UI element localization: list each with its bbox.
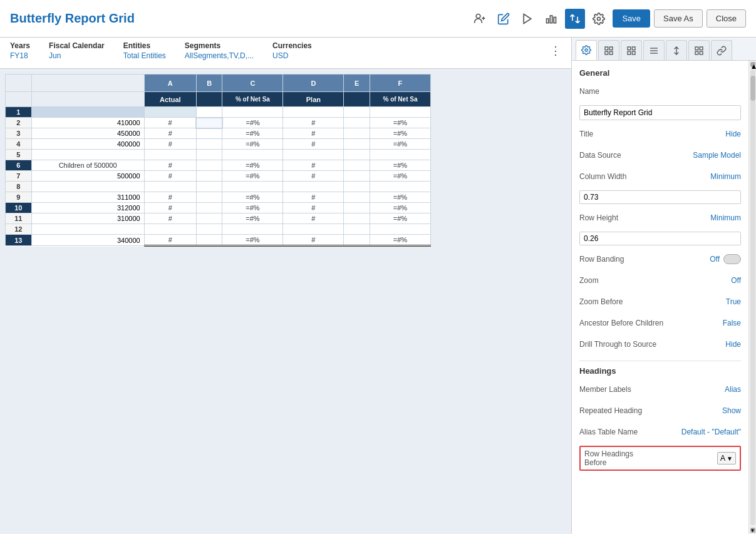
zoom-before-value[interactable]: True — [726, 297, 741, 306]
title-prop-row: Title Hide — [579, 126, 741, 141]
column-width-input[interactable] — [579, 190, 741, 204]
svg-point-7 — [598, 17, 601, 20]
col-c-header: C — [222, 74, 283, 92]
row-7-a: # — [144, 171, 196, 182]
title-value[interactable]: Hide — [725, 130, 741, 138]
tab-arrows[interactable] — [666, 40, 687, 60]
actual-header: Actual — [144, 92, 196, 107]
zoom-value[interactable]: Off — [731, 276, 741, 285]
tab-grid1[interactable] — [598, 40, 619, 60]
zoom-label: Zoom — [579, 276, 731, 285]
tab-grid4[interactable] — [688, 40, 710, 60]
drill-through-label: Drill Through to Source — [579, 340, 725, 349]
repeated-heading-value[interactable]: Show — [722, 406, 741, 415]
edit-icon-btn[interactable] — [494, 9, 514, 29]
member-labels-value[interactable]: Alias — [725, 385, 741, 394]
row-10-d: # — [283, 203, 344, 213]
row-13-b — [196, 235, 222, 246]
table-row: 10 312000 # =#% # =#% — [6, 203, 431, 213]
close-button[interactable]: Close — [707, 9, 746, 28]
row-13-d: # — [283, 235, 344, 246]
row-2-d: # — [283, 118, 344, 128]
data-source-value[interactable]: Sample Model — [693, 151, 741, 160]
row-5-c — [222, 150, 283, 160]
panel-content[interactable]: General Name Title Hide Data Source Samp… — [572, 61, 748, 534]
row-4-d: # — [283, 139, 344, 150]
tab-grid3[interactable] — [643, 40, 665, 60]
filter-fiscal-calendar-value: Jun — [49, 51, 105, 60]
row-10-e — [344, 203, 370, 213]
tab-gear[interactable] — [576, 40, 597, 60]
alias-table-name-value[interactable]: Default - "Default" — [681, 428, 741, 436]
person-add-icon-btn[interactable] — [470, 9, 490, 29]
tab-grid2[interactable] — [621, 40, 642, 60]
play-icon-btn[interactable] — [517, 9, 537, 29]
save-as-button[interactable]: Save As — [654, 9, 703, 28]
row-3-b — [196, 128, 222, 139]
row-7-d: # — [283, 171, 344, 182]
swap-icon-btn[interactable] — [565, 9, 585, 29]
table-row: 6 Children of 500000 # =#% # =#% — [6, 160, 431, 171]
row-13-label: 340000 — [31, 235, 144, 246]
ancestor-before-children-value[interactable]: False — [723, 319, 741, 327]
row-banding-prop-row: Row Banding Off — [579, 252, 741, 267]
column-width-value[interactable]: Minimum — [710, 172, 741, 181]
row-9-f: =#% — [370, 192, 430, 203]
grid-container[interactable]: A B C D E F Actual % of Net Sa Plan — [0, 69, 571, 534]
svg-rect-6 — [554, 17, 556, 23]
row-8-c — [222, 182, 283, 192]
row-12-label — [31, 224, 144, 235]
filter-fiscal-calendar-label: Fiscal Calendar — [49, 41, 105, 50]
scroll-thumb-handle[interactable] — [750, 76, 755, 101]
row-9-label: 311000 — [31, 192, 144, 203]
svg-rect-23 — [695, 51, 698, 54]
row-num-5: 5 — [6, 150, 32, 160]
filter-currencies[interactable]: Currencies USD — [272, 41, 312, 60]
scrollbar[interactable]: ▲ ▼ — [748, 61, 756, 534]
filter-fiscal-calendar[interactable]: Fiscal Calendar Jun — [49, 41, 105, 60]
row-5-d — [283, 150, 344, 160]
row-3-a: # — [144, 128, 196, 139]
row-9-a: # — [144, 192, 196, 203]
row-2-label: 410000 — [31, 118, 144, 128]
save-button[interactable]: Save — [613, 9, 650, 28]
col-e-header: E — [344, 74, 370, 92]
row-8-a — [144, 182, 196, 192]
row-height-value[interactable]: Minimum — [710, 213, 741, 222]
row-1-a — [144, 107, 196, 118]
row-banding-toggle[interactable] — [723, 254, 741, 264]
zoom-prop-row: Zoom Off — [579, 273, 741, 288]
row-1-d — [283, 107, 344, 118]
row-banding-value: Off — [710, 255, 720, 264]
scroll-up-arrow[interactable]: ▲ — [750, 62, 755, 67]
drill-through-prop-row: Drill Through to Source Hide — [579, 337, 741, 352]
row-11-e — [344, 213, 370, 224]
row-8-b — [196, 182, 222, 192]
scroll-down-arrow[interactable]: ▼ — [750, 528, 755, 533]
filter-more-dots[interactable]: ⋮ — [550, 41, 561, 58]
filter-years[interactable]: Years FY18 — [10, 41, 30, 60]
row-6-e — [344, 160, 370, 171]
filter-segments[interactable]: Segments AllSegments,TV,D,... — [185, 41, 254, 60]
tab-link[interactable] — [711, 40, 732, 60]
scroll-thumb[interactable] — [750, 69, 755, 525]
row-11-b — [196, 213, 222, 224]
row-num-3: 3 — [6, 128, 32, 139]
row-8-f — [370, 182, 430, 192]
svg-marker-3 — [524, 14, 532, 23]
chart-icon-btn[interactable] — [541, 9, 561, 29]
table-row: 5 — [6, 150, 431, 160]
row-4-c: =#% — [222, 139, 283, 150]
row-headings-before-select[interactable]: A ▼ — [717, 452, 736, 465]
row-5-label — [31, 150, 144, 160]
grid-area: Years FY18 Fiscal Calendar Jun Entities … — [0, 38, 571, 534]
filter-entities[interactable]: Entities Total Entities — [123, 41, 166, 60]
row-3-label: 450000 — [31, 128, 144, 139]
name-input[interactable] — [579, 105, 741, 120]
label-header — [31, 74, 144, 92]
gear-icon-btn[interactable] — [589, 9, 609, 29]
table-row: 4 400000 # =#% # =#% — [6, 139, 431, 150]
col-b-header: B — [196, 74, 222, 92]
row-height-input[interactable] — [579, 232, 741, 245]
drill-through-value[interactable]: Hide — [725, 340, 741, 349]
